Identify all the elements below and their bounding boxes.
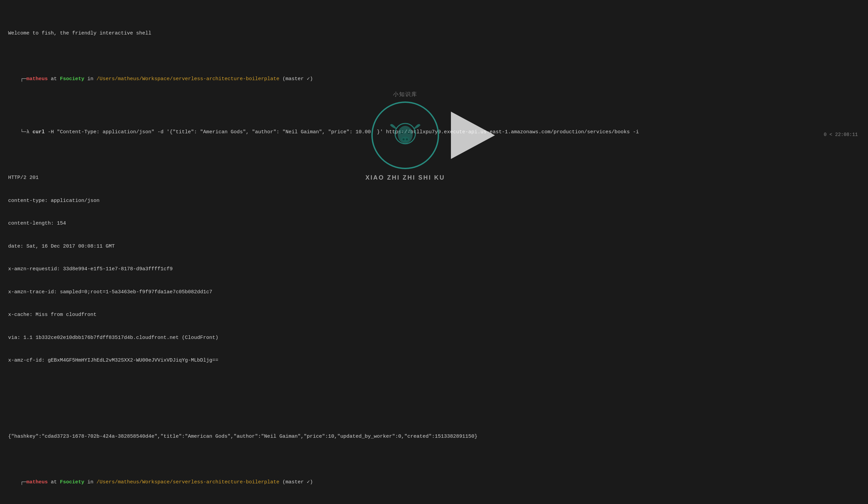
prompt-lambda-prefix-1: └─λ <box>20 129 32 135</box>
prompt-in-2: in <box>84 479 96 485</box>
terminal-window: Welcome to fish, the friendly interactiv… <box>0 0 868 504</box>
prompt-branch-1: (master ✓) <box>279 76 313 82</box>
response-xcache: x-cache: Miss from cloudfront <box>8 311 860 319</box>
status-bar: 0 < 22:08:11 <box>824 132 858 137</box>
prompt-bracket-top-1: ┌─ <box>20 76 27 82</box>
prompt-path-1: /Users/matheus/Workspace/serverless-arch… <box>96 76 279 82</box>
prompt-at-2: at <box>48 479 60 485</box>
response-via: via: 1.1 1b332ce02e10dbb176b7fdff83517d4… <box>8 334 860 342</box>
welcome-line: Welcome to fish, the friendly interactiv… <box>8 30 860 38</box>
response-traceid: x-amzn-trace-id: sampled=0;root=1-5a3463… <box>8 288 860 296</box>
prompt-user-1: matheus <box>27 76 48 82</box>
prompt-user-2: matheus <box>27 479 48 485</box>
prompt-line-1: ┌─matheus at Fsociety in /Users/matheus/… <box>8 68 860 91</box>
prompt-at-1: at <box>48 76 60 82</box>
response-requestid: x-amzn-requestid: 33d8e994-e1f5-11e7-817… <box>8 265 860 273</box>
response-cfid: x-amz-cf-id: gEBxM4GF5HmHYIJhEdL2vM32SXX… <box>8 357 860 365</box>
prompt-host-2: Fsociety <box>60 479 84 485</box>
prompt-path-2: /Users/matheus/Workspace/serverless-arch… <box>96 479 279 485</box>
response-content-type: content-type: application/json <box>8 197 860 205</box>
command-args: -H "Content-Type: application/json" -d '… <box>45 129 639 135</box>
prompt-host-1: Fsociety <box>60 76 84 82</box>
command-curl: curl <box>32 129 45 135</box>
response-date: date: Sat, 16 Dec 2017 00:08:11 GMT <box>8 243 860 251</box>
command-line-1: └─λ curl -H "Content-Type: application/j… <box>8 121 860 144</box>
response-content-length: content-length: 154 <box>8 220 860 228</box>
prompt-line-2: ┌─matheus at Fsociety in /Users/matheus/… <box>8 471 860 494</box>
prompt-in-1: in <box>84 76 96 82</box>
response-body: {"hashkey":"cdad3723-1678-702b-424a-3828… <box>8 433 860 441</box>
response-http: HTTP/2 201 <box>8 174 860 182</box>
prompt-bracket-top-2: ┌─ <box>20 479 27 485</box>
empty-line <box>8 395 860 403</box>
prompt-branch-2: (master ✓) <box>279 479 313 485</box>
